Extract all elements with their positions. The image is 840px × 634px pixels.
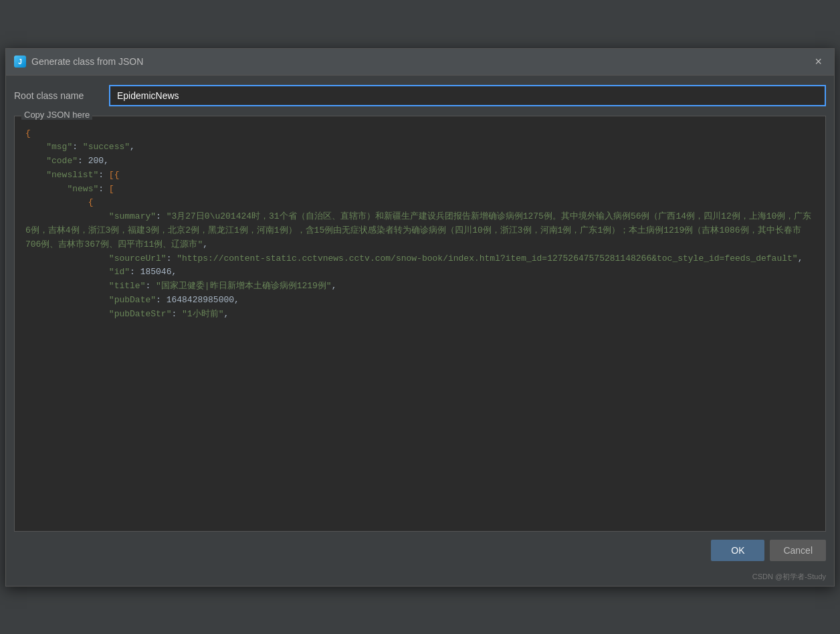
root-class-name-input[interactable]: [109, 85, 826, 106]
root-class-name-label: Root class name: [14, 90, 101, 101]
cancel-button[interactable]: Cancel: [770, 540, 826, 561]
footer-credit: CSDN @初学者-Study: [6, 570, 834, 586]
title-bar-left: J Generate class from JSON: [14, 56, 143, 68]
json-section-label: Copy JSON here: [21, 110, 92, 120]
title-bar: J Generate class from JSON ×: [6, 49, 834, 76]
close-button[interactable]: ×: [811, 54, 826, 69]
json-editor[interactable]: { "msg": "success", "code": 200, "newsli…: [15, 116, 825, 531]
app-icon: J: [14, 56, 26, 68]
generate-class-dialog: J Generate class from JSON × Root class …: [5, 48, 835, 587]
ok-button[interactable]: OK: [711, 540, 764, 561]
dialog-title: Generate class from JSON: [31, 56, 143, 67]
root-class-name-row: Root class name: [6, 76, 834, 116]
button-row: OK Cancel: [6, 532, 834, 570]
json-section: Copy JSON here { "msg": "success", "code…: [14, 116, 826, 532]
